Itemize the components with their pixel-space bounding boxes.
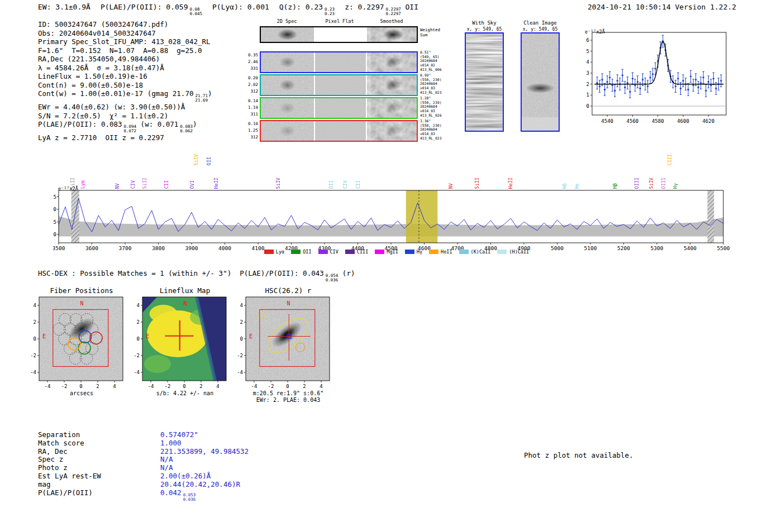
legend-label: HeII xyxy=(441,249,452,255)
data-point xyxy=(697,87,699,88)
detection-highlight-band xyxy=(406,190,438,243)
legend-swatch xyxy=(497,250,507,254)
line-id-label: SiII xyxy=(142,178,147,189)
y-tick-label: -2 xyxy=(30,353,36,358)
y-tick-label: 0 xyxy=(137,336,140,342)
text-segment: 0.0420.0530.036 xyxy=(160,488,196,497)
info-line: S/N = 7.2(±0.5) χ² = 1.1(±0.2) xyxy=(38,112,212,121)
match-field-label: Spec z xyxy=(38,456,160,464)
x-tick-label: -2 xyxy=(268,384,274,389)
hsc-caption-1: m:20.5 re:1.9" s:0.6" xyxy=(237,390,339,396)
catalog-match-table: Separation0.574072"Match score1.000RA, D… xyxy=(38,431,249,502)
cutout-row xyxy=(260,120,418,142)
info-line: F=1.6" T=0.152 N=1.07 A=0.88 g=25.0 xyxy=(38,46,212,55)
match-field-value: N/A xyxy=(160,456,173,464)
compass-north-label: N xyxy=(183,300,187,306)
text-segment: Obs: 20240604v014_5003247647 xyxy=(38,29,156,37)
row-fiber-annotation: 0.51" (549, 65) 20240604 v014_02 413_RL_… xyxy=(420,51,456,72)
x-tick-label: 3500 xyxy=(53,245,65,251)
y-tick-label: 0 xyxy=(586,103,589,109)
line-id-label: OIII xyxy=(634,178,640,189)
cutout-grid-column-titles: 2D Spec Pixel Flat Smoothed xyxy=(260,18,418,24)
table-row: Separation0.574072" xyxy=(38,431,249,439)
text-segment: Cont(n) = 9.00(±0.50)e-18 xyxy=(38,81,143,89)
match-field-value: 0.574072" xyxy=(160,431,198,439)
line-id-label: OVI xyxy=(189,180,195,189)
line-id-label: SiIV xyxy=(649,178,654,189)
data-point xyxy=(652,73,654,75)
data-point xyxy=(596,82,598,84)
stat-value: 0.20 xyxy=(248,75,258,80)
text-segment: ID: 5003247647 (5003247647.pdf) xyxy=(38,20,168,28)
x-tick-label: 5100 xyxy=(584,245,597,251)
y-tick-label: 7.5 xyxy=(53,194,56,200)
clean-image xyxy=(521,32,560,132)
data-point xyxy=(692,84,694,86)
y-tick-label: 4 xyxy=(240,303,243,308)
data-point xyxy=(710,84,712,86)
text-segment: λ = 4584.26Å σ = 3.18(±0.47)Å xyxy=(38,64,164,72)
match-field-label: mag xyxy=(38,481,160,489)
y-tick-label: -4 xyxy=(30,370,36,375)
text-segment: 2.00(±0.26)Å xyxy=(160,472,211,480)
signal-blob xyxy=(280,103,295,114)
legend-swatch xyxy=(264,250,274,254)
text-segment: 0.574072" xyxy=(160,430,198,439)
col-title-2d-spec: 2D Spec xyxy=(260,18,314,24)
stat-value: 312 xyxy=(250,89,258,94)
stat-value: 331 xyxy=(250,66,258,71)
x-tick-label: 4560 xyxy=(627,118,639,124)
emission-line-inset-plot: 454045604580460046200123456 xyxy=(581,28,733,127)
stat-value: 312 xyxy=(250,135,258,140)
stat-value: 311 xyxy=(250,112,258,117)
signal-blob xyxy=(280,80,295,91)
row-fiber-annotation: 1.28" (550, 239) 20240604 v014_03 413_RL… xyxy=(420,97,456,118)
signal-blob xyxy=(383,29,403,40)
noise-envelope xyxy=(59,217,723,237)
line-id-label: OIII xyxy=(661,178,666,189)
line-id-label: CIV xyxy=(342,180,348,189)
y-tick-label: 2 xyxy=(240,319,243,325)
match-field-label: RA, Dec xyxy=(38,448,160,456)
line-id-label: OII xyxy=(328,180,334,189)
uncertainty-stack: 0.0530.036 xyxy=(183,493,196,502)
data-point xyxy=(624,87,626,88)
x-tick-label: -4 xyxy=(148,384,154,389)
with-sky-coords: x, y: 549, 65 xyxy=(459,27,509,32)
uncertainty-stack: 0.22970.2297 xyxy=(386,7,401,16)
table-row: Est LyA rest-EW2.00(±0.26)Å xyxy=(38,472,249,481)
cutout-row xyxy=(260,74,418,96)
data-point xyxy=(677,78,679,79)
elixer-report-page: EW: 3.1±0.9ÅP(LAE)/P(OII): 0.0590.080.04… xyxy=(0,0,782,532)
text-segment: 221.353899, 49.984532 xyxy=(160,447,249,456)
y-tick-label: 2 xyxy=(137,319,140,325)
legend-label: CIV xyxy=(330,249,338,255)
table-row: P(LAE)/P(OII)0.0420.0530.036 xyxy=(38,489,249,502)
spectrum-legend: LyαOIICIVCIIIMgIIHγHeII(K)CaII(H)CaII xyxy=(235,249,559,255)
row-fiber-annotation: 1.36" (550, 230) 20240604 v014_03 413_RL… xyxy=(420,119,456,141)
compass-east-label: E xyxy=(249,333,252,339)
data-point xyxy=(642,79,643,80)
data-point xyxy=(680,88,681,89)
y-tick-label: 2.5 xyxy=(53,219,56,225)
x-tick-label: 5200 xyxy=(617,245,630,251)
data-point xyxy=(715,88,717,89)
text-segment: EW: 3.1±0.9Å xyxy=(38,3,90,11)
y-tick-label: -2 xyxy=(237,353,243,358)
line-id-label: OII xyxy=(206,157,212,165)
col-title-pixel-flat: Pixel Flat xyxy=(314,18,365,24)
x-tick-label: 4000 xyxy=(218,245,231,251)
y-tick-label: -2 xyxy=(133,353,140,358)
data-point xyxy=(705,90,707,92)
text-segment: z: 0.22970.22970.2297 OII xyxy=(345,3,418,11)
data-point xyxy=(690,75,692,77)
info-line: λ = 4584.26Å σ = 3.18(±0.47)Å xyxy=(38,64,212,73)
legend-swatch xyxy=(345,250,355,254)
data-point xyxy=(632,78,633,79)
x-tick-label: 2 xyxy=(96,384,99,389)
x-tick-label: 4 xyxy=(216,384,219,389)
x-tick-label: 4620 xyxy=(702,118,714,124)
info-line: Primary Spec_Slot_IFU_AMP: 413_028_042_R… xyxy=(38,37,212,46)
data-point xyxy=(675,85,676,87)
legend-swatch xyxy=(375,250,384,254)
